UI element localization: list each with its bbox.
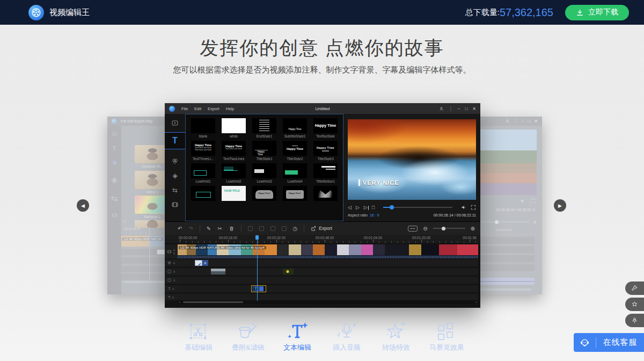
zoom-slider-handle[interactable] bbox=[442, 227, 445, 230]
style-item[interactable]: YOUR TITLE bbox=[219, 186, 249, 201]
pip-track-header[interactable] bbox=[165, 277, 178, 284]
tab-insert-audio[interactable]: 插入音频 bbox=[331, 321, 363, 352]
text-track[interactable]: T bbox=[178, 285, 478, 292]
video-clip[interactable]: LG 8K 60fps HDR NATURE 8K video ultra hd… bbox=[178, 244, 478, 255]
zoom-in-button[interactable]: ⊕ bbox=[471, 226, 475, 232]
lock-icon[interactable] bbox=[173, 270, 175, 273]
split-button[interactable]: ✂ bbox=[217, 226, 222, 232]
scroll-left-icon[interactable]: ◂ bbox=[179, 300, 180, 304]
maximize-button[interactable]: □ bbox=[465, 106, 467, 111]
undo-button[interactable]: ↶ bbox=[178, 226, 182, 232]
mosaic-button[interactable] bbox=[282, 226, 287, 231]
favorite-fab-button[interactable] bbox=[625, 298, 644, 311]
aspect-ratio-value[interactable]: 16 : 9 bbox=[370, 213, 379, 217]
seek-handle[interactable] bbox=[390, 205, 394, 210]
download-button[interactable]: 立即下载 bbox=[565, 5, 629, 20]
text-track[interactable] bbox=[178, 294, 478, 300]
pip-track-header[interactable] bbox=[165, 268, 178, 275]
menu-edit[interactable]: Edit bbox=[194, 106, 201, 111]
audio-waveform-strip[interactable] bbox=[178, 255, 478, 258]
lock-icon[interactable] bbox=[172, 296, 174, 299]
menu-file[interactable]: File bbox=[181, 106, 188, 111]
video-preview[interactable]: VERY NICE bbox=[348, 119, 476, 200]
effect-clip[interactable]: R bbox=[195, 260, 208, 266]
zoom-out-button[interactable]: ⊖ bbox=[423, 226, 427, 232]
sidebar-item-media[interactable] bbox=[165, 114, 185, 132]
menu-export[interactable]: Export bbox=[208, 106, 219, 111]
style-item[interactable]: Happy TimeTitleStyle2 bbox=[280, 141, 310, 161]
play-button[interactable]: ▷ bbox=[356, 205, 360, 210]
style-item[interactable]: Happy TimeSubtitleStyle1 bbox=[280, 118, 310, 138]
scroll-right-icon[interactable]: ▸ bbox=[475, 300, 477, 304]
menu-help[interactable]: Help bbox=[226, 106, 234, 111]
style-item[interactable]: white bbox=[219, 118, 249, 138]
style-item[interactable]: Happy TimeText here text hereText here t… bbox=[188, 141, 218, 161]
next-frame-button[interactable]: ▷ bbox=[364, 205, 368, 210]
pip-clip-flower[interactable] bbox=[283, 269, 294, 275]
timeline-ruler[interactable]: 00:00:00.00 00:00:16.00 00:00:32.00 00:0… bbox=[165, 235, 480, 243]
sidebar-item-text[interactable]: T bbox=[165, 132, 185, 149]
menu-dots-icon[interactable]: ⋮ bbox=[449, 106, 453, 111]
effect-track[interactable]: R bbox=[178, 259, 478, 266]
carousel-next-button[interactable]: ▶ bbox=[554, 199, 566, 212]
playhead-handle[interactable] bbox=[255, 235, 259, 240]
speed-button[interactable] bbox=[270, 226, 275, 231]
tab-basic-edit[interactable]: 基础编辑 bbox=[182, 321, 215, 352]
lock-icon[interactable] bbox=[173, 249, 175, 251]
lock-icon[interactable] bbox=[172, 287, 174, 290]
lock-icon[interactable] bbox=[173, 252, 175, 255]
scrollbar-thumb[interactable] bbox=[183, 301, 243, 303]
sidebar-item-transition[interactable]: ◈ bbox=[165, 168, 185, 183]
zoom-tool-button[interactable] bbox=[259, 226, 264, 231]
style-item[interactable] bbox=[311, 186, 341, 201]
export-button[interactable]: Export bbox=[311, 226, 332, 232]
style-item[interactable] bbox=[188, 186, 218, 201]
video-track-header[interactable] bbox=[165, 244, 178, 258]
previous-frame-button[interactable]: ◁ bbox=[348, 205, 352, 210]
style-item[interactable]: Happy TimeTextNoStyle bbox=[311, 118, 341, 138]
pip-clip-lake[interactable] bbox=[211, 269, 225, 275]
fit-timeline-button[interactable]: ⟷ bbox=[408, 226, 418, 232]
style-item[interactable]: Lowthrid4 bbox=[280, 163, 310, 183]
stop-button[interactable]: □ bbox=[372, 205, 375, 210]
style-item[interactable]: Happy Time! bbox=[250, 186, 280, 201]
text-track-header[interactable]: T bbox=[165, 285, 178, 292]
lock-icon[interactable] bbox=[173, 262, 175, 264]
fullscreen-icon[interactable] bbox=[471, 205, 476, 210]
duration-button[interactable]: ◷ bbox=[293, 226, 298, 232]
style-item[interactable]: Happy TimeTitleStyle3 bbox=[311, 141, 341, 161]
tab-transition-effects[interactable]: 转场特效 bbox=[380, 321, 412, 352]
minimize-button[interactable]: − bbox=[458, 106, 460, 111]
timeline-scrollbar[interactable]: ◂ ▸ bbox=[178, 300, 478, 304]
crop-button[interactable] bbox=[248, 226, 253, 231]
style-item[interactable]: Lowthrid3 bbox=[250, 163, 280, 183]
launch-fab-button[interactable] bbox=[625, 314, 644, 327]
timeline-zoom-slider[interactable] bbox=[433, 228, 465, 229]
online-support-button[interactable]: 在线客服 bbox=[574, 333, 644, 352]
style-item[interactable]: TitleMotion1 bbox=[311, 163, 341, 183]
carousel-prev-button[interactable]: ◀ bbox=[77, 199, 89, 212]
sidebar-item-overlay[interactable] bbox=[165, 154, 185, 168]
sidebar-item-split[interactable]: ⇆ bbox=[165, 183, 185, 197]
close-button[interactable]: ✕ bbox=[472, 106, 476, 111]
redo-button[interactable]: ↷ bbox=[188, 226, 193, 232]
style-item[interactable]: Lowthrid1 bbox=[188, 163, 218, 183]
edit-button[interactable]: ✎ bbox=[207, 226, 211, 232]
effect-track-header[interactable] bbox=[165, 259, 178, 266]
style-item[interactable]: Happy TimeText here text hereTextTwoLine… bbox=[219, 141, 249, 161]
style-item[interactable]: Happy Time! bbox=[280, 186, 310, 201]
account-icon[interactable] bbox=[439, 106, 444, 111]
volume-icon[interactable] bbox=[461, 205, 466, 210]
style-item[interactable]: blank bbox=[188, 118, 218, 138]
text-track-header[interactable]: T bbox=[165, 294, 178, 300]
tools-fab-button[interactable] bbox=[625, 281, 644, 295]
pip-track[interactable] bbox=[178, 277, 478, 284]
style-item[interactable]: EndStyle1 bbox=[250, 118, 280, 138]
tab-overlay-filter[interactable]: 叠附&滤镜 bbox=[232, 321, 264, 352]
pip-track[interactable] bbox=[178, 268, 478, 275]
lock-icon[interactable] bbox=[173, 279, 175, 281]
tab-mosaic-effects[interactable]: 马赛克效果 bbox=[429, 321, 462, 352]
seek-slider[interactable] bbox=[383, 207, 452, 208]
style-item[interactable]: Happy TimeTitleStyle1 bbox=[250, 141, 280, 161]
delete-button[interactable] bbox=[229, 226, 235, 232]
